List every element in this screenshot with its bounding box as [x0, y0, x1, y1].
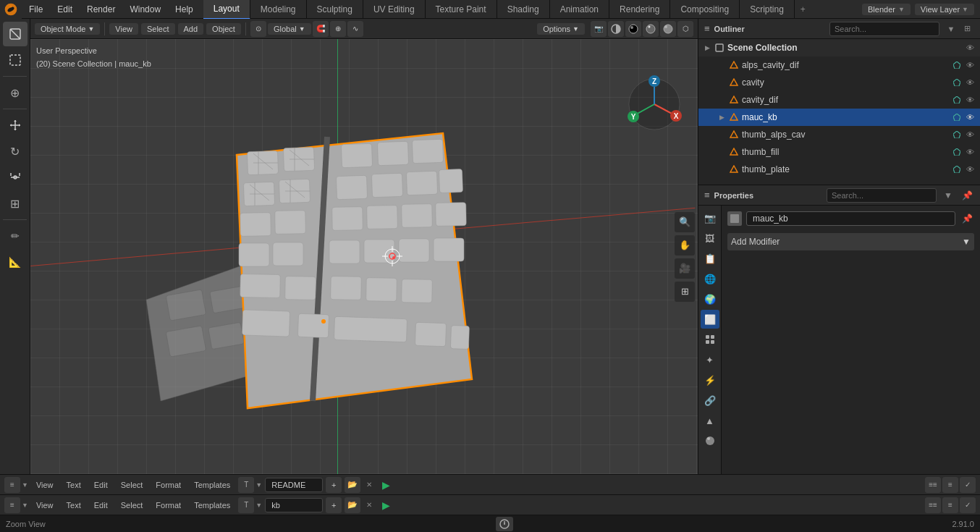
menu-window[interactable]: Window — [122, 0, 168, 18]
object-props-btn[interactable]: ⬜ — [701, 310, 719, 329]
te1-new-btn[interactable]: + — [326, 477, 342, 493]
view-menu-btn[interactable]: View — [109, 23, 138, 35]
te1-edit-btn[interactable]: Edit — [89, 479, 113, 491]
props-pin-btn[interactable]: 📌 — [960, 188, 974, 203]
material-props-btn[interactable] — [701, 431, 719, 450]
add-modifier-button[interactable]: Add Modifier ▼ — [727, 233, 974, 250]
particle-props-btn[interactable]: ✦ — [701, 350, 719, 369]
te1-templates-btn[interactable]: Templates — [189, 479, 235, 491]
world-props-btn[interactable]: 🌍 — [701, 290, 719, 308]
te2-view-btn[interactable]: View — [31, 499, 59, 511]
te2-linenums-btn[interactable]: ≡ — [942, 497, 958, 513]
tab-uv-editing[interactable]: UV Editing — [363, 0, 426, 20]
wireframe-view-btn[interactable]: ⬡ — [677, 21, 693, 37]
te2-edit-btn[interactable]: Edit — [89, 499, 113, 511]
curve-btn[interactable]: ∿ — [347, 21, 363, 37]
te2-text-type-btn[interactable]: T — [238, 497, 254, 513]
te1-wordwrap-btn[interactable]: ≡≡ — [925, 477, 941, 493]
props-filter-btn[interactable]: ▼ — [941, 188, 955, 203]
vis-icon-1[interactable]: 👁 — [964, 59, 976, 71]
view-layer-props-btn[interactable]: 📋 — [701, 249, 719, 268]
props-pin-icon[interactable]: 📌 — [960, 211, 974, 226]
output-props-btn[interactable]: 🖼 — [701, 229, 719, 248]
transform-btn[interactable]: ⊞ — [3, 191, 28, 216]
te2-syntax-btn[interactable]: ✓ — [960, 497, 976, 513]
outliner-item-cavity-dif[interactable]: cavity_dif 👁 — [698, 91, 980, 109]
tab-scripting[interactable]: Scripting — [740, 0, 795, 20]
te1-text-btn[interactable]: Text — [62, 479, 86, 491]
te2-templates-btn[interactable]: Templates — [189, 499, 235, 511]
scene-collection-vis[interactable]: 👁 — [964, 42, 976, 54]
status-center-icon[interactable] — [496, 517, 513, 531]
proportional-icon-btn[interactable]: ⊕ — [330, 21, 346, 37]
vis-icon-5[interactable]: 👁 — [964, 129, 976, 140]
viewport-canvas[interactable]: User Perspective (20) Scene Collection |… — [30, 39, 698, 474]
measure-btn[interactable]: 📐 — [3, 250, 28, 274]
te1-text-type-btn[interactable]: T — [238, 477, 254, 493]
tab-rendering[interactable]: Rendering — [609, 0, 670, 20]
te2-close-btn[interactable]: ✕ — [363, 499, 375, 511]
te2-run-btn[interactable]: ▶ — [378, 497, 394, 513]
tab-texture-paint[interactable]: Texture Paint — [426, 0, 497, 20]
te1-view-btn[interactable]: View — [31, 479, 59, 491]
pan-btn[interactable]: ✋ — [675, 235, 695, 256]
te2-new-btn[interactable]: + — [326, 497, 342, 513]
te1-select-btn[interactable]: Select — [116, 479, 148, 491]
cursor-tool-btn[interactable] — [3, 22, 28, 46]
menu-help[interactable]: Help — [168, 0, 200, 18]
menu-file[interactable]: File — [22, 0, 50, 18]
scene-props-btn[interactable]: 🌐 — [701, 269, 719, 288]
tab-shading[interactable]: Shading — [497, 0, 550, 20]
outliner-search[interactable] — [829, 22, 939, 36]
vis-icon-6[interactable]: 👁 — [964, 146, 976, 158]
add-workspace-button[interactable]: + — [795, 0, 811, 20]
menu-edit[interactable]: Edit — [50, 0, 80, 18]
scene-selector[interactable]: Blender ▼ — [862, 4, 911, 15]
rendered-view-btn[interactable] — [643, 21, 659, 37]
ortho-view-btn[interactable]: ⊞ — [675, 282, 695, 302]
tab-layout[interactable]: Layout — [203, 0, 250, 20]
scale-btn[interactable] — [3, 165, 28, 190]
te1-close-btn[interactable]: ✕ — [363, 479, 375, 491]
move-btn[interactable] — [3, 113, 28, 138]
material-preview-btn[interactable] — [625, 21, 641, 37]
props-object-name-input[interactable] — [746, 211, 955, 226]
vis-icon-2[interactable]: 👁 — [964, 77, 976, 88]
outliner-item-mauc-kb[interactable]: ▶ mauc_kb 👁 — [698, 109, 980, 126]
outliner-options-btn[interactable]: ⊞ — [960, 22, 974, 36]
outliner-item-thumb-plate[interactable]: thumb_plate 👁 — [698, 161, 980, 178]
outliner-filter-btn[interactable]: ▼ — [944, 22, 958, 36]
te1-run-btn[interactable]: ▶ — [378, 477, 394, 493]
rotate-btn[interactable]: ↻ — [3, 139, 28, 164]
tab-compositing[interactable]: Compositing — [670, 0, 740, 20]
te2-open-btn[interactable]: 📂 — [345, 497, 360, 513]
mode-selector-btn[interactable]: Object Mode ▼ — [35, 23, 100, 35]
tab-animation[interactable]: Animation — [550, 0, 609, 20]
outliner-item-alps-cavity-dif[interactable]: alps_cavity_dif 👁 — [698, 56, 980, 74]
vis-icon-4[interactable]: 👁 — [964, 111, 976, 123]
menu-render[interactable]: Render — [80, 0, 122, 18]
scene-collection-row[interactable]: ▶ Scene Collection 👁 — [698, 39, 980, 56]
viewport-shading-btn[interactable] — [608, 21, 624, 37]
tab-sculpting[interactable]: Sculpting — [307, 0, 363, 20]
te1-editor-type-btn[interactable]: ≡ — [4, 477, 20, 493]
cursor-set-btn[interactable]: ⊕ — [3, 80, 28, 105]
te2-select-btn[interactable]: Select — [116, 499, 148, 511]
outliner-item-thumb-alps-cav[interactable]: thumb_alps_cav 👁 — [698, 126, 980, 143]
te1-syntax-btn[interactable]: ✓ — [960, 477, 976, 493]
te2-text-btn[interactable]: Text — [62, 499, 86, 511]
camera-view-btn[interactable]: 🎥 — [675, 258, 695, 279]
physics-props-btn[interactable]: ⚡ — [701, 371, 719, 389]
transform-global-btn[interactable]: Global ▼ — [268, 23, 311, 35]
annotate-btn[interactable]: ✏ — [3, 224, 28, 248]
add-menu-btn[interactable]: Add — [178, 23, 204, 35]
modifier-props-btn[interactable] — [701, 330, 719, 349]
object-menu-btn[interactable]: Object — [206, 23, 241, 35]
zoom-in-btn[interactable]: 🔍 — [675, 212, 695, 232]
outliner-item-thumb-fill[interactable]: thumb_fill 👁 — [698, 143, 980, 161]
proportional-edit-btn[interactable]: ⊙ — [250, 21, 266, 37]
outliner-item-cavity[interactable]: cavity 👁 — [698, 74, 980, 91]
camera-icon-btn[interactable]: 📷 — [591, 21, 607, 37]
snap-btn[interactable]: 🧲 — [313, 21, 329, 37]
tab-modeling[interactable]: Modeling — [250, 0, 307, 20]
